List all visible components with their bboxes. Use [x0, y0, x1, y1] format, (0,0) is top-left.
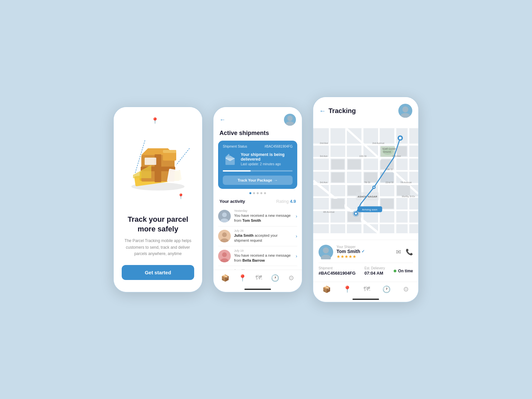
map-svg: ASHOK NAGAR 2nd Ave 2nd Avenue 3rd Ave 1… [313, 122, 418, 240]
tracking-title: Tracking [329, 107, 356, 115]
map-area[interactable]: ASHOK NAGAR 2nd Ave 2nd Avenue 3rd Ave 1… [313, 122, 418, 240]
arrow-right-icon: → [274, 178, 278, 182]
svg-text:Ground: Ground [383, 151, 391, 153]
activity-item-julia[interactable]: July 26 Julia Smith accepted your shipme… [218, 226, 297, 246]
activity-msg-3: You have received a new message from Bel… [234, 253, 292, 263]
svg-text:3rd Ave: 3rd Ave [320, 155, 328, 157]
carousel-dots [213, 192, 302, 194]
active-shipments-title: Active shipments [213, 128, 302, 141]
svg-text:7th St: 7th St [364, 181, 370, 184]
svg-point-87 [321, 255, 331, 259]
svg-point-78 [399, 137, 402, 139]
svg-point-24 [220, 238, 228, 242]
svg-rect-11 [167, 169, 186, 185]
activity-item-daniel[interactable]: ★ June 30 You have received a new raitin… [218, 266, 297, 270]
svg-point-86 [323, 247, 329, 253]
home-indicator-2 [244, 289, 271, 290]
julia-avatar [218, 230, 231, 242]
user-avatar[interactable] [284, 114, 296, 126]
tracking-back-button[interactable]: ← [319, 107, 326, 115]
svg-rect-47 [331, 159, 344, 169]
svg-text:4th Avenue: 4th Avenue [323, 211, 335, 213]
activity-msg-2: Julia Smith accepted your shipment reque… [234, 233, 292, 243]
get-started-button[interactable]: Get started [122, 265, 194, 280]
svg-point-21 [222, 212, 227, 217]
nav-history-icon[interactable]: 🕐 [271, 274, 279, 282]
svg-rect-50 [364, 173, 377, 183]
bottom-nav-3: 📦 📍 🗺 🕐 ⚙ [313, 282, 418, 299]
rating-display: Rating 4.9 [276, 199, 296, 204]
pin-bottom-icon: 📍 [178, 193, 184, 200]
nav-shipment-icon[interactable]: 📦 [221, 274, 229, 282]
phone-shipments: ← Active shipments Shipment Status #BAC4… [213, 106, 303, 293]
shipper-label: Your Shipper [336, 245, 393, 249]
pin-top-icon: 📍 [151, 117, 159, 124]
svg-text:2nd Avenue: 2nd Avenue [372, 142, 385, 144]
dot-2 [253, 192, 255, 194]
svg-point-15 [286, 121, 294, 126]
progress-track [223, 170, 293, 172]
svg-rect-48 [348, 159, 361, 169]
activity-header: Your activity Rating 4.9 [213, 198, 302, 206]
email-icon[interactable]: ✉ [396, 248, 401, 256]
green-dot [394, 270, 396, 272]
svg-line-13 [135, 140, 145, 174]
back-button[interactable]: ← [219, 116, 225, 123]
svg-text:22nd St: 22nd St [385, 181, 393, 184]
shipper-actions: ✉ 📞 [396, 248, 413, 256]
shipment-id-label: Shipment [319, 266, 355, 270]
onboarding-subtitle: The Parcel Tracking mobile app helps cus… [122, 238, 194, 257]
dot-1 [249, 192, 251, 194]
nav-3-settings-icon[interactable]: ⚙ [403, 285, 409, 293]
nav-map-icon[interactable]: 🗺 [255, 274, 262, 282]
phone-icon[interactable]: 📞 [406, 248, 413, 256]
tracking-id: #BAC45681904FG [264, 145, 293, 148]
nav-3-history-icon[interactable]: 🕐 [382, 285, 391, 293]
delivery-label: Est. Delievery [364, 266, 385, 270]
dashed-line-left [128, 137, 148, 177]
svg-text:Murthy St Ex: Murthy St Ex [402, 195, 415, 198]
dot-5 [264, 192, 266, 194]
chevron-icon-2: › [296, 233, 297, 239]
nav-settings-icon[interactable]: ⚙ [288, 274, 294, 282]
activity-date-3: July 19 [234, 249, 292, 252]
svg-rect-9 [163, 150, 176, 153]
track-package-button[interactable]: Track Your Package → [223, 176, 293, 185]
tom-avatar [218, 210, 231, 222]
svg-rect-49 [331, 173, 344, 183]
activity-date-2: July 26 [234, 229, 292, 232]
shipment-status-label: Shipment Status [223, 145, 247, 148]
shipment-card[interactable]: Shipment Status #BAC45681904FG Your ship… [218, 141, 297, 189]
activity-msg-1: You have received a new message from Tom… [234, 213, 292, 223]
svg-point-22 [220, 218, 228, 222]
svg-point-14 [287, 116, 293, 121]
stars-rating: ★★★★★ [336, 254, 393, 259]
nav-3-shipment-icon[interactable]: 📦 [323, 285, 331, 293]
svg-text:3rd Ave: 3rd Ave [320, 181, 328, 184]
svg-rect-56 [380, 199, 394, 209]
svg-text:15th Ave: 15th Ave [392, 155, 401, 157]
nav-3-location-icon[interactable]: 📍 [343, 285, 351, 293]
svg-text:Arriving soon: Arriving soon [362, 208, 377, 211]
svg-rect-55 [331, 199, 344, 209]
svg-point-26 [220, 258, 228, 262]
svg-text:SDAT Cricket: SDAT Cricket [382, 148, 396, 150]
on-time-badge: On time [394, 269, 413, 273]
verified-icon: ✓ [361, 249, 365, 254]
chevron-icon-1: › [296, 213, 297, 219]
phone-tracking: ← Tracking [313, 96, 419, 303]
onboarding-text: Track your parcel more safely The Parcel… [122, 215, 194, 280]
shipper-row: Your Shipper Tom Smith ✓ ★★★★★ ✉ 📞 [319, 245, 413, 259]
shipper-name: Tom Smith ✓ [336, 249, 393, 254]
activity-item-bella[interactable]: July 19 You have received a new message … [218, 246, 297, 266]
tracking-header: ← Tracking [313, 97, 418, 122]
svg-text:13th St: 13th St [359, 155, 366, 157]
nav-location-icon[interactable]: 📍 [238, 274, 247, 282]
activity-item-tom[interactable]: Yesterday You have received a new messag… [218, 206, 297, 226]
shipments-header: ← [213, 107, 302, 128]
svg-point-85 [373, 187, 375, 188]
svg-text:7th Avenue: 7th Avenue [400, 181, 412, 184]
activity-title: Your activity [219, 199, 245, 204]
tracking-user-avatar[interactable] [398, 104, 412, 118]
nav-3-map-icon[interactable]: 🗺 [363, 285, 370, 293]
